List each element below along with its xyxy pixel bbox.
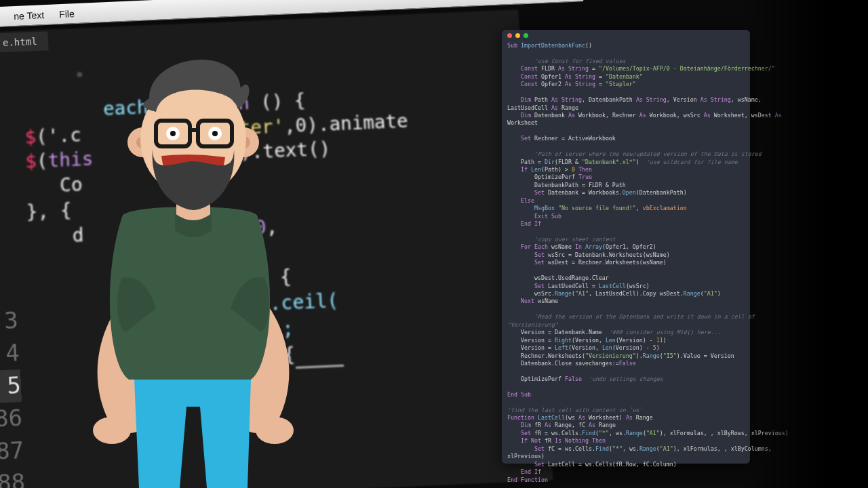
window-traffic-lights <box>502 30 750 41</box>
cartoon-developer-icon <box>47 41 332 488</box>
svg-point-14 <box>256 417 294 444</box>
zoom-icon[interactable] <box>524 33 528 38</box>
vba-source[interactable]: Sub ImportDatenbankFunc() 'use Const for… <box>502 41 750 488</box>
close-icon[interactable] <box>507 33 512 38</box>
vba-code-window: Sub ImportDatenbankFunc() 'use Const for… <box>502 30 750 464</box>
editor-tab[interactable]: e.html <box>0 31 48 53</box>
svg-point-13 <box>93 417 131 444</box>
svg-point-12 <box>212 131 218 136</box>
svg-point-10 <box>170 131 176 136</box>
menu-file[interactable]: File <box>59 8 75 20</box>
app-name: ne Text <box>14 9 45 22</box>
vignette-overlay <box>746 0 868 488</box>
tab-label: e.html <box>3 36 37 48</box>
minimize-icon[interactable] <box>515 33 520 38</box>
